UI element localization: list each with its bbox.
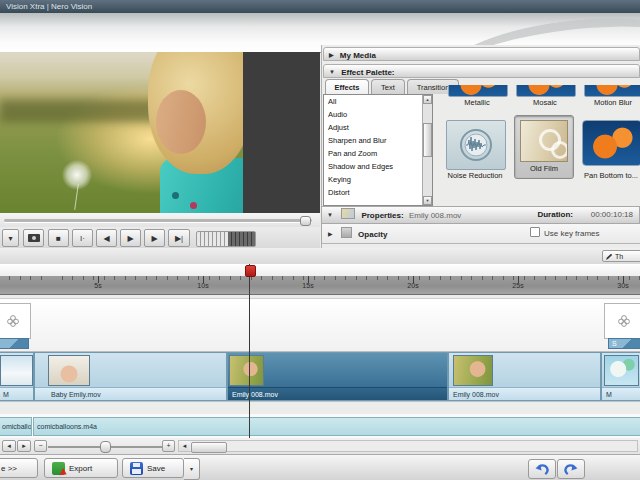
use-key-frames-checkbox[interactable] bbox=[530, 227, 540, 237]
category-sharpen-and-blur[interactable]: Sharpen and Blur bbox=[324, 134, 432, 147]
zoom-slider-thumb[interactable] bbox=[100, 441, 111, 453]
playhead-handle[interactable] bbox=[245, 265, 256, 277]
effect-old-film-selected[interactable]: Old Film bbox=[514, 115, 574, 179]
app-window: Vision Xtra | Nero Vision ▾ bbox=[0, 0, 640, 480]
more-button[interactable]: e >> bbox=[0, 458, 38, 478]
use-key-frames-label: Use key frames bbox=[544, 229, 600, 238]
audio-clip-partial[interactable]: omicballoo bbox=[0, 417, 32, 436]
next-frame-button[interactable]: ▶ bbox=[144, 229, 165, 247]
properties-bar[interactable]: ▼ Properties: Emily 008.mov Duration: 00… bbox=[321, 206, 640, 224]
scroll-down-icon[interactable]: ▼ bbox=[423, 196, 432, 205]
scrollbar-thumb[interactable] bbox=[423, 123, 432, 157]
preview-options-button[interactable]: ▾ bbox=[2, 229, 19, 247]
clip-thumbnail bbox=[604, 355, 639, 386]
go-to-end-button[interactable]: ▶| bbox=[168, 229, 190, 247]
effect-noise-reduction-label: Noise Reduction bbox=[436, 171, 514, 180]
old-film-thumb bbox=[520, 120, 568, 162]
duration-value: 00:00:10:18 bbox=[591, 207, 633, 223]
seek-knob[interactable] bbox=[300, 216, 311, 226]
seek-track[interactable] bbox=[4, 219, 312, 222]
save-dropdown-button[interactable]: ▾ bbox=[184, 458, 200, 480]
play-icon: ▶ bbox=[127, 234, 133, 243]
flower-placeholder-icon bbox=[616, 313, 632, 329]
effect-mosaic-label: Mosaic bbox=[512, 98, 578, 107]
properties-label: Properties: bbox=[361, 211, 403, 220]
next-frame-icon: ▶ bbox=[151, 234, 157, 243]
export-button[interactable]: Export bbox=[44, 458, 118, 478]
scrollbar-left-icon[interactable]: ◂ bbox=[179, 441, 190, 451]
category-distort[interactable]: Distort bbox=[324, 186, 432, 199]
timeline-ruler[interactable]: 5s 10s 15s 20s 25s 30s bbox=[0, 276, 640, 295]
effect-metallic-thumb[interactable] bbox=[448, 85, 508, 97]
overlay-clip-right-label[interactable]: S bbox=[608, 338, 640, 349]
my-media-header[interactable]: ▶ My Media bbox=[323, 47, 640, 61]
clip-thumbnail bbox=[0, 355, 33, 386]
effect-noise-reduction-thumb[interactable] bbox=[446, 120, 506, 170]
redo-icon bbox=[563, 463, 579, 475]
seek-bar bbox=[0, 213, 320, 228]
video-clip-partial-left[interactable]: M bbox=[0, 352, 34, 401]
video-clip-partial-right[interactable]: M bbox=[601, 352, 640, 401]
stop-icon: ■ bbox=[56, 234, 61, 243]
nudge-right-button[interactable]: ▸ bbox=[17, 440, 31, 452]
previous-frame-button[interactable]: ◀ bbox=[96, 229, 117, 247]
play-button[interactable]: ▶ bbox=[120, 229, 141, 247]
category-shadow-and-edges[interactable]: Shadow and Edges bbox=[324, 160, 432, 173]
title-bar: Vision Xtra | Nero Vision bbox=[0, 0, 640, 13]
tab-effects[interactable]: Effects bbox=[325, 79, 369, 94]
overlay-clip-left-partial[interactable] bbox=[0, 303, 31, 339]
flower-placeholder-icon bbox=[5, 313, 21, 329]
video-track[interactable]: M Baby Emily.mov Emily 008.mov Emily 008… bbox=[0, 352, 640, 402]
use-key-frames-option[interactable]: Use key frames bbox=[530, 224, 600, 244]
save-button[interactable]: Save bbox=[122, 458, 184, 478]
overlay-track[interactable]: S bbox=[0, 298, 640, 352]
stop-button[interactable]: ■ bbox=[48, 229, 69, 247]
undo-button[interactable] bbox=[528, 459, 556, 479]
redo-button[interactable] bbox=[557, 459, 585, 479]
scroll-up-icon[interactable]: ▲ bbox=[423, 95, 432, 104]
dropdown-icon: ▾ bbox=[190, 466, 193, 472]
effect-metallic-label: Metallic bbox=[444, 98, 510, 107]
effect-motion-blur-thumb[interactable] bbox=[584, 85, 640, 97]
overlay-clip-left-label[interactable] bbox=[0, 338, 29, 349]
my-media-label: My Media bbox=[340, 51, 376, 60]
audio-clip-comicballoons[interactable]: comicballoons.m4a bbox=[33, 417, 640, 436]
category-all[interactable]: All bbox=[324, 95, 432, 108]
nudge-left-button[interactable]: ◂ bbox=[2, 440, 16, 452]
save-disk-icon bbox=[130, 462, 143, 475]
chevron-right-icon[interactable]: ▶ bbox=[328, 224, 333, 244]
video-clip-emily-008-selected[interactable]: Emily 008.mov bbox=[227, 352, 448, 401]
ruler-label-25s: 25s bbox=[506, 282, 530, 289]
chevron-down-icon: ▼ bbox=[329, 65, 335, 79]
category-pan-and-zoom[interactable]: Pan and Zoom bbox=[324, 147, 432, 160]
chevron-right-icon: ▶ bbox=[329, 48, 334, 62]
timeline-toolbar: Th bbox=[0, 248, 640, 265]
overlay-clip-right-partial[interactable] bbox=[604, 303, 640, 339]
effect-mosaic-thumb[interactable] bbox=[516, 85, 576, 97]
effect-motion-blur-label: Motion Blur bbox=[578, 98, 640, 107]
audio-track[interactable]: omicballoo comicballoons.m4a bbox=[0, 414, 640, 439]
category-adjust[interactable]: Adjust bbox=[324, 121, 432, 134]
zoom-in-button[interactable]: + bbox=[162, 440, 175, 452]
video-clip-baby-emily[interactable]: Baby Emily.mov bbox=[34, 352, 227, 401]
timeline-scrollbar[interactable]: ◂ bbox=[178, 440, 638, 452]
category-scrollbar[interactable]: ▲ ▼ bbox=[422, 95, 432, 205]
effect-pan-bottom-thumb[interactable] bbox=[582, 120, 640, 166]
duration-label: Duration: bbox=[537, 207, 573, 223]
ruler-label-5s: 5s bbox=[86, 282, 110, 289]
jog-wheel[interactable] bbox=[196, 231, 256, 247]
timeline-tool-button[interactable]: Th bbox=[602, 250, 640, 262]
scrollbar-thumb[interactable] bbox=[191, 442, 227, 453]
tab-text[interactable]: Text bbox=[371, 79, 405, 94]
effect-palette-header[interactable]: ▼ Effect Palette: bbox=[323, 64, 640, 78]
category-audio[interactable]: Audio bbox=[324, 108, 432, 121]
split-button[interactable]: I· bbox=[72, 229, 93, 247]
video-clip-emily-008[interactable]: Emily 008.mov bbox=[448, 352, 601, 401]
category-keying[interactable]: Keying bbox=[324, 173, 432, 186]
opacity-label: Opacity bbox=[358, 230, 387, 239]
opacity-icon bbox=[341, 227, 352, 238]
ruler-label-30s: 30s bbox=[611, 282, 635, 289]
properties-file: Emily 008.mov bbox=[409, 211, 461, 220]
snapshot-button[interactable] bbox=[23, 229, 44, 247]
zoom-out-button[interactable]: − bbox=[34, 440, 47, 452]
